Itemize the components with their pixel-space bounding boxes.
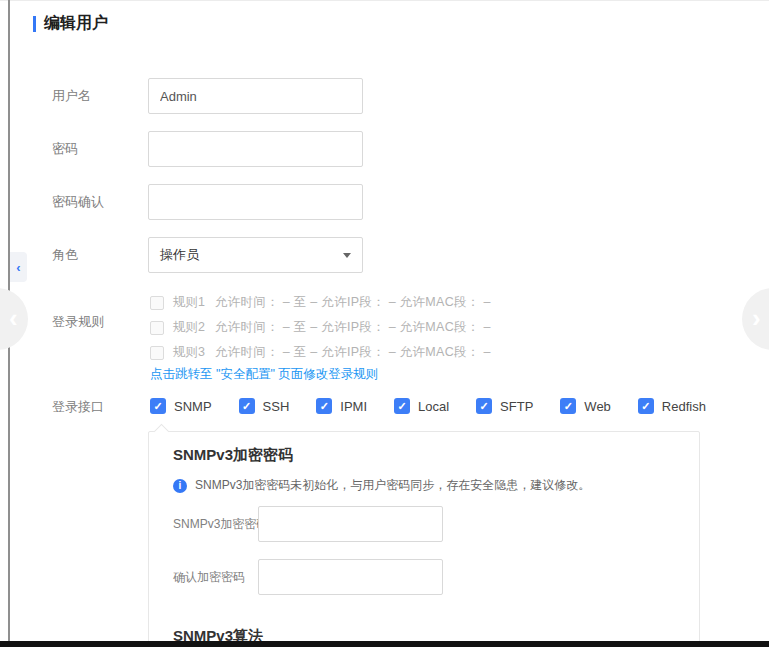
check-icon: ✓ xyxy=(641,401,650,412)
interface-label: Web xyxy=(584,399,611,414)
interface-checkbox-web[interactable]: ✓ Web xyxy=(560,398,611,414)
checkbox-unchecked-icon[interactable] xyxy=(150,321,164,335)
chevron-left-icon: ‹ xyxy=(16,261,20,274)
checkbox-checked[interactable]: ✓ xyxy=(316,398,332,414)
checkbox-checked[interactable]: ✓ xyxy=(476,398,492,414)
password-input[interactable] xyxy=(148,131,363,167)
rule-name: 规则3 xyxy=(173,344,205,361)
window-bottom-edge xyxy=(0,641,769,647)
interface-label: SSH xyxy=(263,399,290,414)
interface-label: Redfish xyxy=(662,399,706,414)
password-label: 密码 xyxy=(52,131,78,167)
check-icon: ✓ xyxy=(242,401,251,412)
interface-label: IPMI xyxy=(340,399,367,414)
rule-name: 规则2 xyxy=(173,319,205,336)
checkbox-checked[interactable]: ✓ xyxy=(638,398,654,414)
checkbox-checked[interactable]: ✓ xyxy=(394,398,410,414)
snmpv3-password-confirm-input[interactable] xyxy=(258,559,443,595)
info-icon: i xyxy=(173,479,187,493)
security-config-link[interactable]: 点击跳转至 "安全配置" 页面修改登录规则 xyxy=(150,366,378,383)
page-header: 编辑用户 xyxy=(33,13,108,34)
login-rule-row-1: 规则1 允许时间： – 至 – 允许IP段： – 允许MAC段： – xyxy=(150,290,491,315)
check-icon: ✓ xyxy=(320,401,329,412)
check-icon: ✓ xyxy=(480,401,489,412)
checkbox-checked[interactable]: ✓ xyxy=(150,398,166,414)
interface-checkbox-ipmi[interactable]: ✓ IPMI xyxy=(316,398,367,414)
interface-checkbox-redfish[interactable]: ✓ Redfish xyxy=(638,398,706,414)
snmpv3-panel: SNMPv3加密密码 i SNMPv3加密密码未初始化，与用户密码同步，存在安全… xyxy=(148,431,700,647)
check-icon: ✓ xyxy=(397,401,406,412)
check-icon: ✓ xyxy=(153,401,162,412)
checkbox-checked[interactable]: ✓ xyxy=(560,398,576,414)
interface-label: SFTP xyxy=(500,399,533,414)
username-label: 用户名 xyxy=(52,78,91,114)
password-confirm-label: 密码确认 xyxy=(52,184,104,220)
checkbox-unchecked-icon[interactable] xyxy=(150,296,164,310)
snmpv3-info-text: SNMPv3加密密码未初始化，与用户密码同步，存在安全隐患，建议修改。 xyxy=(195,477,590,494)
snmpv3-password-confirm-label: 确认加密密码 xyxy=(173,559,245,595)
interface-checkbox-ssh[interactable]: ✓ SSH xyxy=(239,398,290,414)
interface-label: SNMP xyxy=(174,399,212,414)
interface-checkbox-local[interactable]: ✓ Local xyxy=(394,398,449,414)
login-interfaces-label: 登录接口 xyxy=(52,390,104,424)
rule-detail: 允许时间： – 至 – 允许IP段： – 允许MAC段： – xyxy=(215,319,491,336)
window-top-edge xyxy=(0,0,769,1)
username-input[interactable] xyxy=(148,78,363,114)
checkbox-unchecked-icon[interactable] xyxy=(150,346,164,360)
page-title: 编辑用户 xyxy=(44,13,108,34)
password-confirm-input[interactable] xyxy=(148,184,363,220)
chevron-right-icon[interactable]: › xyxy=(752,305,761,331)
login-interfaces-group: ✓ SNMP ✓ SSH ✓ IPMI ✓ Local ✓ SFTP ✓ Web… xyxy=(150,398,706,414)
rule-name: 规则1 xyxy=(173,294,205,311)
rule-detail: 允许时间： – 至 – 允许IP段： – 允许MAC段： – xyxy=(215,294,491,311)
login-rules-list: 规则1 允许时间： – 至 – 允许IP段： – 允许MAC段： – 规则2 允… xyxy=(150,290,491,365)
snmpv3-password-label: SNMPv3加密密码 xyxy=(173,506,268,542)
interface-checkbox-snmp[interactable]: ✓ SNMP xyxy=(150,398,212,414)
snmpv3-info-row: i SNMPv3加密密码未初始化，与用户密码同步，存在安全隐患，建议修改。 xyxy=(173,477,590,494)
role-select[interactable]: 操作员 xyxy=(148,237,363,273)
check-icon: ✓ xyxy=(564,401,573,412)
login-rule-row-3: 规则3 允许时间： – 至 – 允许IP段： – 允许MAC段： – xyxy=(150,340,491,365)
rule-detail: 允许时间： – 至 – 允许IP段： – 允许MAC段： – xyxy=(215,344,491,361)
edit-user-page: 编辑用户 用户名 密码 密码确认 角色 操作员 登录规则 规则1 允许时间： –… xyxy=(0,0,769,647)
snmpv3-panel-title: SNMPv3加密密码 xyxy=(173,446,293,465)
interface-label: Local xyxy=(418,399,449,414)
checkbox-checked[interactable]: ✓ xyxy=(239,398,255,414)
role-label: 角色 xyxy=(52,237,78,273)
title-accent-bar xyxy=(33,16,36,32)
sidebar-collapse-button[interactable]: ‹ xyxy=(10,252,27,282)
chevron-left-icon[interactable]: ‹ xyxy=(9,305,18,331)
interface-checkbox-sftp[interactable]: ✓ SFTP xyxy=(476,398,533,414)
login-rules-label: 登录规则 xyxy=(52,297,104,347)
snmpv3-password-input[interactable] xyxy=(258,506,443,542)
caret-down-icon xyxy=(343,253,351,258)
login-rule-row-2: 规则2 允许时间： – 至 – 允许IP段： – 允许MAC段： – xyxy=(150,315,491,340)
role-selected-value: 操作员 xyxy=(160,246,343,264)
